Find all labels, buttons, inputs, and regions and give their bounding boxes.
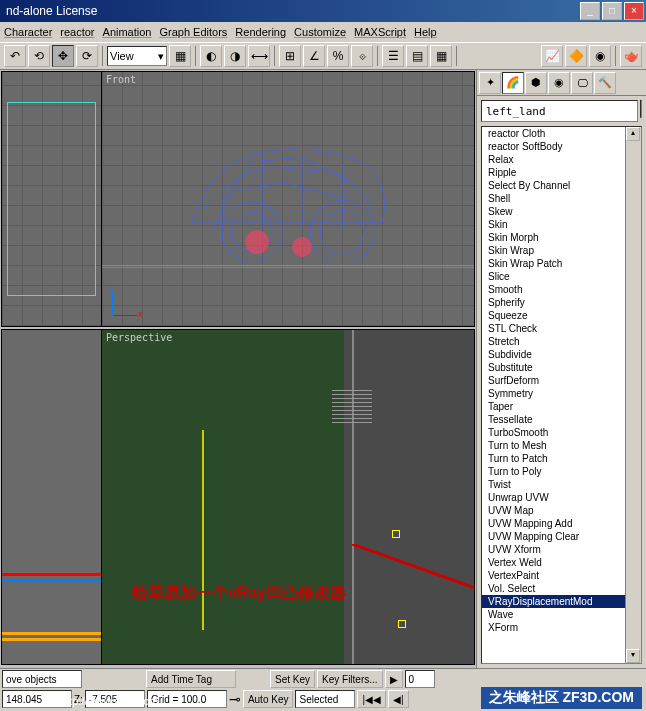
modifier-item[interactable]: Squeeze [482, 309, 641, 322]
tool-icon-3[interactable]: ◑ [224, 45, 246, 67]
playback-prev-icon[interactable]: ◀| [388, 690, 409, 708]
named-sel-icon[interactable]: ☰ [382, 45, 404, 67]
mirror-icon[interactable]: ⟷ [248, 45, 270, 67]
menu-character[interactable]: Character [4, 26, 52, 38]
modifier-scrollbar[interactable]: ▴ ▾ [625, 127, 641, 663]
viewport-perspective[interactable]: Perspective 给草原加一个vRay凹凸修改器 [102, 330, 474, 664]
modifier-item[interactable]: reactor Cloth [482, 127, 641, 140]
modifier-item[interactable]: UVW Mapping Add [482, 517, 641, 530]
motion-tab[interactable]: ◉ [548, 72, 570, 94]
playback-start-icon[interactable]: |◀◀ [357, 690, 386, 708]
modifier-item[interactable]: Ripple [482, 166, 641, 179]
menu-help[interactable]: Help [414, 26, 437, 38]
modifier-item[interactable]: Vertex Weld [482, 556, 641, 569]
object-color-swatch[interactable] [640, 100, 642, 118]
modifier-item[interactable]: Turn to Poly [482, 465, 641, 478]
menu-maxscript[interactable]: MAXScript [354, 26, 406, 38]
viewport-front[interactable]: Front [102, 72, 474, 326]
modifier-item[interactable]: UVW Xform [482, 543, 641, 556]
menu-reactor[interactable]: reactor [60, 26, 94, 38]
modifier-item[interactable]: reactor SoftBody [482, 140, 641, 153]
maximize-button[interactable]: □ [602, 2, 622, 20]
modifier-item[interactable]: Taper [482, 400, 641, 413]
modifier-item[interactable]: Relax [482, 153, 641, 166]
modifier-item[interactable]: Slice [482, 270, 641, 283]
modifier-item[interactable]: Unwrap UVW [482, 491, 641, 504]
object-name-input[interactable] [481, 100, 638, 122]
move-icon[interactable]: ✥ [52, 45, 74, 67]
material-icon[interactable]: ◉ [589, 45, 611, 67]
layers-icon[interactable]: ▦ [430, 45, 452, 67]
title-text: nd-alone License [2, 4, 97, 18]
modifier-item[interactable]: Skin Morph [482, 231, 641, 244]
marker-1 [392, 530, 400, 538]
viewport-left[interactable] [2, 72, 102, 326]
main-toolbar: ↶ ⟲ ✥ ⟳ View ▾ ▦ ◐ ◑ ⟷ ⊞ ∠ % ⟐ ☰ ▤ ▦ 📈 🔶… [0, 42, 646, 70]
modifier-item[interactable]: Skew [482, 205, 641, 218]
tool-icon-2[interactable]: ◐ [200, 45, 222, 67]
modifier-item[interactable]: STL Check [482, 322, 641, 335]
menu-customize[interactable]: Customize [294, 26, 346, 38]
modifier-item[interactable]: Stretch [482, 335, 641, 348]
modifier-item[interactable]: Spherify [482, 296, 641, 309]
modifier-item[interactable]: Skin Wrap Patch [482, 257, 641, 270]
modifier-item[interactable]: XForm [482, 621, 641, 634]
modifier-item[interactable]: TurboSmooth [482, 426, 641, 439]
key-filters-button[interactable]: Key Filters... [317, 670, 383, 688]
modifier-item[interactable]: Smooth [482, 283, 641, 296]
modifier-item[interactable]: Select By Channel [482, 179, 641, 192]
create-tab[interactable]: ✦ [479, 72, 501, 94]
menu-graph-editors[interactable]: Graph Editors [159, 26, 227, 38]
align-icon[interactable]: ▤ [406, 45, 428, 67]
tool-icon-1[interactable]: ▦ [169, 45, 191, 67]
minimize-button[interactable]: _ [580, 2, 600, 20]
modifier-item[interactable]: Vol. Select [482, 582, 641, 595]
selected-dropdown[interactable]: Selected [295, 690, 355, 708]
playback-play-icon[interactable]: ▶ [385, 670, 403, 688]
link-icon[interactable]: ⟲ [28, 45, 50, 67]
modifier-item[interactable]: Skin [482, 218, 641, 231]
modifier-item[interactable]: Turn to Mesh [482, 439, 641, 452]
modifier-item[interactable]: UVW Map [482, 504, 641, 517]
snap-icon[interactable]: ⊞ [279, 45, 301, 67]
hierarchy-tab[interactable]: ⬢ [525, 72, 547, 94]
add-time-tag-button[interactable]: Add Time Tag [146, 670, 236, 688]
snap-percent-icon[interactable]: % [327, 45, 349, 67]
modifier-list[interactable]: reactor Clothreactor SoftBodyRelaxRipple… [481, 126, 642, 664]
menu-animation[interactable]: Animation [103, 26, 152, 38]
modifier-item[interactable]: UVW Mapping Clear [482, 530, 641, 543]
auto-key-button[interactable]: Auto Key [243, 690, 294, 708]
modifier-item[interactable]: Wave [482, 608, 641, 621]
scroll-down-icon[interactable]: ▾ [626, 649, 640, 663]
modifier-item[interactable]: Twist [482, 478, 641, 491]
frame-field[interactable]: 0 [405, 670, 435, 688]
modifier-item[interactable]: Tessellate [482, 413, 641, 426]
modifier-item[interactable]: Subdivide [482, 348, 641, 361]
display-tab[interactable]: 🖵 [571, 72, 593, 94]
utilities-tab[interactable]: 🔨 [594, 72, 616, 94]
viewport-bottom-left[interactable] [2, 330, 102, 664]
window-buttons: _ □ × [580, 2, 644, 20]
modifier-item[interactable]: VertexPaint [482, 569, 641, 582]
snap-spinner-icon[interactable]: ⟐ [351, 45, 373, 67]
modifier-item[interactable]: Shell [482, 192, 641, 205]
undo-icon[interactable]: ↶ [4, 45, 26, 67]
modify-tab[interactable]: 🌈 [502, 72, 524, 94]
close-button[interactable]: × [624, 2, 644, 20]
modifier-item[interactable]: Symmetry [482, 387, 641, 400]
modifier-item[interactable]: Substitute [482, 361, 641, 374]
menu-rendering[interactable]: Rendering [235, 26, 286, 38]
scroll-up-icon[interactable]: ▴ [626, 127, 640, 141]
rotate-icon[interactable]: ⟳ [76, 45, 98, 67]
render-icon[interactable]: 🫖 [620, 45, 642, 67]
set-key-button[interactable]: Set Key [270, 670, 315, 688]
snap-angle-icon[interactable]: ∠ [303, 45, 325, 67]
modifier-item[interactable]: Skin Wrap [482, 244, 641, 257]
key-icon[interactable]: ⊸ [229, 691, 241, 707]
modifier-item[interactable]: VRayDisplacementMod [482, 595, 641, 608]
modifier-item[interactable]: SurfDeform [482, 374, 641, 387]
curve-editor-icon[interactable]: 📈 [541, 45, 563, 67]
modifier-item[interactable]: Turn to Patch [482, 452, 641, 465]
schematic-icon[interactable]: 🔶 [565, 45, 587, 67]
view-dropdown[interactable]: View ▾ [107, 46, 167, 66]
